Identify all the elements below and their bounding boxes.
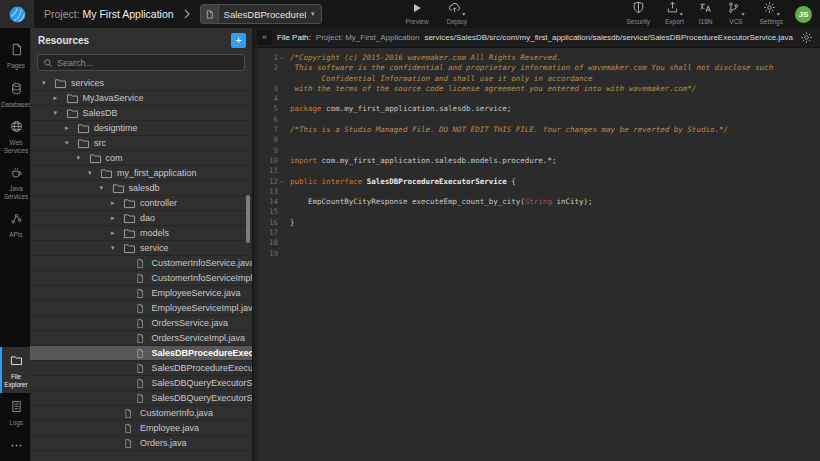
tree-item[interactable]: CustomerInfoService.java	[30, 256, 252, 271]
tree-toggle-icon[interactable]: ▾	[54, 109, 66, 117]
rail-item-label: APIs	[9, 231, 22, 239]
tree-item[interactable]: EmployeeServiceImpl.java	[30, 301, 252, 316]
rail-item-java-services[interactable]: Java Services	[0, 159, 30, 205]
code-line: 14 EmpCountByCityResponse executeEmp_cou…	[259, 197, 820, 207]
tree-item[interactable]: CustomerInfoServiceImpl.java	[30, 271, 252, 286]
vcs-button[interactable]: ▾VCS	[727, 4, 744, 25]
wavemaker-logo[interactable]	[0, 0, 34, 28]
project-label: Project:	[44, 8, 80, 20]
file-icon	[135, 288, 148, 299]
vcs-icon	[727, 1, 740, 17]
shield-icon	[632, 1, 645, 17]
rail-item-pages[interactable]: Pages	[0, 36, 30, 75]
collapse-panel-button[interactable]: «	[257, 30, 272, 45]
open-file-dropdown[interactable]: SalesDBProcedureE... ▾	[200, 4, 322, 24]
file-icon	[135, 333, 148, 344]
tree-item-label: designtime	[94, 123, 138, 133]
tree-item[interactable]: ▸MyJavaService	[30, 91, 252, 106]
code-text: with the terms of the source code licens…	[285, 84, 820, 94]
more-icon	[10, 438, 23, 456]
tree-item[interactable]: ▾SalesDB	[30, 106, 252, 121]
tree-item[interactable]: ▸dao	[30, 211, 252, 226]
tree-toggle-icon[interactable]: ▸	[65, 124, 77, 132]
code-line: 12-public interface SalesDBProcedureExec…	[259, 177, 820, 187]
folder-icon	[89, 153, 102, 164]
code-line: 8	[259, 135, 820, 145]
tree-item[interactable]: ▾my_first_application	[30, 166, 252, 181]
tree-toggle-icon[interactable]: ▸	[54, 94, 66, 102]
line-number: 10	[269, 156, 278, 166]
code-editor[interactable]: 1-/*Copyright (c) 2015-2016 wavemaker.co…	[254, 48, 820, 461]
resources-title: Resources	[38, 35, 89, 46]
user-avatar[interactable]: JS	[795, 6, 812, 23]
code-text	[285, 115, 820, 125]
fold-marker[interactable]: -	[278, 177, 285, 187]
folder-icon	[77, 138, 90, 149]
search-input[interactable]	[57, 58, 239, 68]
tree-item-label: SalesDB	[83, 108, 118, 118]
tree-item[interactable]: ▸designtime	[30, 121, 252, 136]
tree-item[interactable]: ▾services	[30, 76, 252, 91]
settings-button[interactable]: ▾Settings	[760, 4, 784, 25]
code-text: package com.my_first_application.salesdb…	[285, 104, 820, 114]
tree-item[interactable]: Orders.java	[30, 436, 252, 451]
chevron-down-icon: ▾	[462, 10, 465, 17]
folder-icon	[123, 243, 136, 254]
fold-marker[interactable]: -	[278, 53, 285, 63]
editor-settings-button[interactable]	[800, 31, 813, 44]
chevron-down-icon: ▾	[680, 10, 683, 17]
tree-item[interactable]: OrdersService.java	[30, 316, 252, 331]
tree-item[interactable]: ▾salesdb	[30, 181, 252, 196]
rail-item-label: Pages	[7, 62, 25, 70]
folder-icon	[54, 78, 67, 89]
tree-toggle-icon[interactable]: ▾	[65, 139, 77, 147]
tree-item[interactable]: SalesDBProcedureExecutorServiceImpl.java	[30, 361, 252, 376]
tree-item-label: EmployeeService.java	[152, 288, 241, 298]
tree-toggle-icon[interactable]: ▾	[77, 154, 89, 162]
tree-item-label: EmployeeServiceImpl.java	[152, 303, 253, 313]
tree-toggle-icon[interactable]: ▾	[111, 244, 123, 252]
code-text	[285, 249, 820, 259]
tree-toggle-icon[interactable]: ▸	[111, 229, 123, 237]
line-number: 11	[269, 166, 278, 176]
tree-item[interactable]: OrdersServiceImpl.java	[30, 331, 252, 346]
file-icon	[123, 408, 136, 419]
tree-item[interactable]: ▾com	[30, 151, 252, 166]
rail-item-apis[interactable]: APIs	[0, 205, 30, 244]
rail-item-web-services[interactable]: Web Services	[0, 113, 30, 159]
code-text	[285, 238, 820, 248]
add-resource-button[interactable]: +	[231, 33, 246, 48]
tree-item[interactable]: SalesDBQueryExecutorService.java	[30, 376, 252, 391]
deploy-button[interactable]: ▾Deploy	[447, 4, 467, 25]
folder-icon	[66, 93, 79, 104]
tree-item[interactable]: SalesDBQueryExecutorServiceImpl.java	[30, 391, 252, 406]
rail-item-more[interactable]	[0, 432, 30, 461]
tree-item[interactable]: SalesDBProcedureExecutorService.java	[30, 346, 252, 361]
rail-item-logs[interactable]: Logs	[0, 393, 30, 432]
tree-toggle-icon[interactable]: ▾	[88, 169, 100, 177]
tree-item[interactable]: ▸models	[30, 226, 252, 241]
tree-toggle-icon[interactable]: ▸	[111, 199, 123, 207]
tree-scrollbar[interactable]	[246, 195, 250, 243]
tree-item[interactable]: CustomerInfo.java	[30, 406, 252, 421]
security-button[interactable]: Security	[626, 4, 649, 25]
code-text	[285, 207, 820, 217]
preview-button[interactable]: Preview	[406, 4, 429, 25]
i18n-button[interactable]: I18N	[699, 4, 713, 25]
tree-toggle-icon[interactable]: ▾	[42, 79, 54, 87]
tree-item[interactable]: ▸controller	[30, 196, 252, 211]
toolbar-button-label: Preview	[406, 18, 429, 25]
tree-item[interactable]: Employee.java	[30, 421, 252, 436]
web-icon	[10, 119, 23, 137]
tree-item[interactable]: ▾src	[30, 136, 252, 151]
rail-item-file-explorer[interactable]: File Explorer	[0, 347, 30, 393]
export-button[interactable]: ▾Export	[665, 4, 684, 25]
file-path-project: Project: My_First_Application	[316, 33, 420, 42]
java-icon	[10, 165, 23, 183]
tree-toggle-icon[interactable]: ▸	[111, 214, 123, 222]
rail-item-databases[interactable]: Databases	[0, 75, 30, 114]
toolbar-button-label: Deploy	[447, 18, 467, 25]
tree-item[interactable]: ▾service	[30, 241, 252, 256]
tree-toggle-icon[interactable]: ▾	[100, 184, 112, 192]
tree-item[interactable]: EmployeeService.java	[30, 286, 252, 301]
